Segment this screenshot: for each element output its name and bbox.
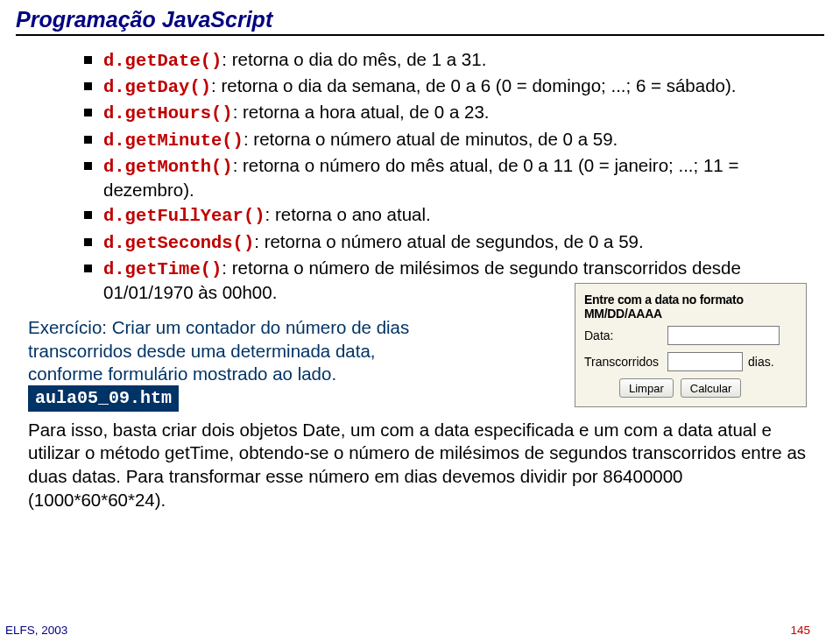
bullet-icon: [84, 162, 92, 170]
bullet-item: d.getDay(): retorna o dia da semana, de …: [84, 74, 824, 99]
exercise-paragraph: Exercício: Criar um contador do número d…: [28, 316, 413, 411]
bullet-icon: [84, 82, 92, 90]
bullet-text: : retorna o número atual de segundos, de…: [254, 231, 643, 251]
code-span: d.getMinute(): [103, 131, 244, 151]
bullet-item: d.getMinute(): retorna o número atual de…: [84, 128, 824, 152]
bullet-item: d.getMonth(): retorna o número do mês at…: [84, 154, 824, 201]
bullet-item: d.getHours(): retorna a hora atual, de 0…: [84, 101, 824, 125]
page-title: Programação JavaScript: [16, 7, 824, 34]
code-span: d.getDay(): [103, 77, 211, 97]
footer-right: 145: [790, 624, 810, 637]
title-rule: [16, 34, 824, 36]
trans-input[interactable]: [667, 352, 743, 371]
explanation-paragraph: Para isso, basta criar dois objetos Date…: [28, 419, 812, 512]
bullet-item: d.getDate(): retorna o dia do mês, de 1 …: [84, 48, 824, 73]
calc-button[interactable]: Calcular: [681, 378, 742, 398]
dias-suffix: dias.: [748, 355, 774, 369]
data-label: Data:: [584, 328, 667, 342]
code-span: d.getHours(): [103, 103, 233, 123]
bullet-icon: [84, 238, 92, 246]
bullet-icon: [84, 136, 92, 144]
bullet-text: : retorna o dia do mês, de 1 a 31.: [222, 49, 486, 69]
code-span: d.getTime(): [103, 259, 222, 279]
trans-label: Transcorridos: [584, 355, 667, 369]
bullet-text: : retorna o ano atual.: [265, 204, 431, 224]
bullet-icon: [84, 265, 92, 272]
code-span: d.getFullYear(): [103, 206, 265, 226]
footer: ELFS, 2003 145: [5, 624, 810, 637]
code-span: d.getSeconds(): [103, 233, 254, 253]
code-span: d.getDate(): [103, 51, 222, 71]
clear-button[interactable]: Limpar: [619, 378, 674, 398]
bullet-icon: [84, 211, 92, 219]
bullet-item: d.getSeconds(): retorna o número atual d…: [84, 230, 824, 255]
bullet-list: d.getDate(): retorna o dia do mês, de 1 …: [84, 48, 824, 304]
bullet-icon: [84, 109, 92, 116]
exercise-file: aula05_09.htm: [28, 385, 179, 412]
code-span: d.getMonth(): [103, 157, 233, 177]
exercise-text: Exercício: Criar um contador do número d…: [28, 317, 409, 383]
footer-left: ELFS, 2003: [5, 624, 67, 637]
bullet-text: : retorna a hora atual, de 0 a 23.: [233, 102, 490, 122]
data-input[interactable]: [667, 326, 780, 345]
form-legend: Entre com a data no formato MM/DD/AAAA: [584, 293, 797, 321]
bullet-text: : retorna o número atual de minutos, de …: [244, 129, 618, 149]
sample-form: Entre com a data no formato MM/DD/AAAA D…: [575, 283, 807, 407]
bullet-item: d.getFullYear(): retorna o ano atual.: [84, 203, 824, 228]
bullet-icon: [84, 56, 92, 64]
bullet-text: : retorna o dia da semana, de 0 a 6 (0 =…: [211, 75, 736, 95]
